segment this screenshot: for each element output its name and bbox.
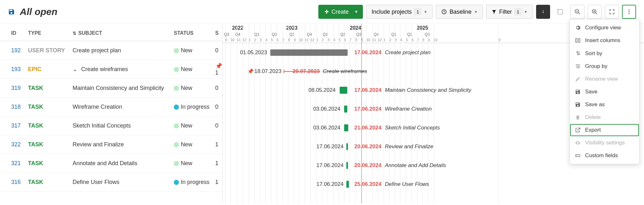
row-subject[interactable]: Create project plan — [70, 47, 171, 54]
gantt-bar[interactable] — [270, 49, 348, 56]
col-status[interactable]: STATUS — [171, 30, 213, 36]
table-row[interactable]: 322TASKReview and FinalizeNew1 — [0, 135, 222, 154]
chevron-down-icon: ▼ — [424, 10, 427, 14]
gantt-start-date: 18.07.2023 — [254, 68, 281, 75]
info-button[interactable] — [536, 5, 550, 19]
row-id[interactable]: 319 — [0, 85, 25, 92]
row-status: New — [171, 122, 213, 129]
row-type: TASK — [25, 122, 70, 129]
row-id[interactable]: 316 — [0, 179, 25, 186]
row-subject[interactable]: Sketch Initial Concepts — [70, 122, 171, 129]
year-label: 2022 — [232, 25, 244, 31]
row-type: TASK — [25, 104, 70, 110]
menu-custom-fields[interactable]: Custom fields — [570, 149, 639, 162]
row-id[interactable]: 322 — [0, 141, 25, 148]
create-button[interactable]: + Create ▼ — [318, 5, 363, 19]
table-row[interactable]: 319TASKMaintain Consistency and Simplici… — [0, 79, 222, 98]
zen-mode-button[interactable] — [553, 5, 567, 19]
save-icon — [8, 8, 15, 15]
menu-configure[interactable]: Configure view — [570, 21, 639, 34]
menu-group[interactable]: Group by — [570, 60, 639, 73]
status-dot — [174, 161, 179, 166]
include-projects-button[interactable]: Include projects 1 ▼ — [366, 5, 433, 19]
gantt-bar[interactable] — [340, 87, 347, 94]
menu-sort[interactable]: ⇅Sort by — [570, 47, 639, 60]
row-type: TASK — [25, 179, 70, 186]
col-s[interactable]: S — [213, 30, 222, 36]
col-id[interactable]: ID — [0, 30, 25, 36]
month-label: 12 — [310, 38, 314, 42]
month-label: 6 — [412, 38, 414, 42]
row-id[interactable]: 193 — [0, 66, 25, 73]
chevron-down-icon[interactable]: ⌄ — [73, 66, 77, 73]
month-label: 10 — [299, 38, 303, 42]
month-label: 6 — [277, 38, 279, 42]
status-dot — [174, 105, 179, 110]
row-s: 1 — [213, 141, 222, 148]
row-s: 1 — [213, 160, 222, 167]
table-row[interactable]: 317TASKSketch Initial ConceptsNew0 — [0, 116, 222, 135]
row-subject[interactable]: Wireframe Creation — [70, 104, 171, 110]
month-label: 12 — [243, 38, 246, 42]
row-id[interactable]: 192 — [0, 47, 25, 54]
gantt-due-date: 17.06.2024 — [354, 49, 381, 56]
gantt-bar[interactable] — [346, 143, 348, 150]
gantt-bar[interactable] — [346, 181, 349, 188]
gantt-bar[interactable] — [346, 162, 348, 169]
quarter-label: Q4 — [307, 32, 312, 37]
svg-point-5 — [628, 10, 629, 11]
context-menu: Configure view Insert columns ⇅Sort by G… — [570, 19, 640, 164]
row-subject[interactable]: Annotate and Add Details — [70, 160, 171, 167]
table-row[interactable]: 316TASKDefine User FlowsIn progress1 — [0, 173, 222, 192]
filter-button[interactable]: Filter 1 ▼ — [486, 5, 533, 19]
chevron-down-icon: ▼ — [524, 10, 527, 14]
row-type: TASK — [25, 85, 70, 92]
svg-rect-9 — [578, 39, 580, 42]
gantt-bar[interactable] — [344, 124, 348, 131]
columns-icon — [575, 38, 581, 43]
table-row[interactable]: 318TASKWireframe CreationIn progress0 — [0, 98, 222, 116]
row-subject[interactable]: Review and Finalize — [70, 141, 171, 148]
row-subject[interactable]: Maintain Consistency and Simplicity — [70, 85, 171, 92]
zoom-in-button[interactable] — [588, 5, 602, 19]
row-subject[interactable]: Define User Flows — [70, 179, 171, 186]
quarter-label: Q2 — [340, 32, 345, 37]
fullscreen-button[interactable] — [605, 5, 619, 19]
col-type[interactable]: TYPE — [25, 30, 70, 36]
month-label: 10 — [230, 38, 234, 42]
row-subject[interactable]: ⌄Create wireframes — [70, 66, 171, 73]
month-label: 5 — [271, 38, 273, 42]
status-dot — [174, 86, 179, 91]
zoom-out-button[interactable] — [570, 5, 584, 19]
gantt-start-date: 03.06.2024 — [313, 106, 340, 112]
menu-save[interactable]: Save — [570, 85, 639, 98]
year-label: 2024 — [350, 25, 361, 31]
baseline-button[interactable]: Baseline ▼ — [436, 5, 483, 19]
gantt-bar-label: Annotate and Add Details — [385, 162, 446, 169]
menu-export[interactable]: Export — [570, 124, 639, 136]
more-button[interactable] — [622, 5, 636, 19]
pin-icon: 📌 — [247, 68, 254, 74]
col-subject[interactable]: ⇅ SUBJECT — [70, 30, 171, 36]
gantt-bar-label: Define User Flows — [385, 181, 429, 187]
group-icon — [575, 63, 581, 69]
menu-save-as[interactable]: Save as — [570, 98, 639, 111]
menu-insert-columns[interactable]: Insert columns — [570, 34, 639, 47]
table-row[interactable]: 321TASKAnnotate and Add DetailsNew1 — [0, 154, 222, 173]
month-label: 9 — [499, 38, 500, 42]
row-id[interactable]: 321 — [0, 160, 25, 167]
month-label: 7 — [350, 38, 351, 42]
table-row[interactable]: 192USER STORYCreate project planNew0 — [0, 41, 222, 60]
row-id[interactable]: 317 — [0, 122, 25, 129]
year-label: 2023 — [286, 25, 298, 31]
month-label: 8 — [422, 38, 424, 42]
gantt-due-date: 25.06.2024 — [354, 181, 381, 187]
gantt-bar[interactable] — [344, 106, 347, 113]
row-id[interactable]: 318 — [0, 104, 25, 110]
row-status: New — [171, 141, 213, 148]
gantt-due-date: 17.06.2024 — [354, 87, 381, 93]
month-label: 9 — [428, 38, 430, 42]
table-row[interactable]: 193EPIC⌄Create wireframesNew📌1 — [0, 60, 222, 79]
month-label: 2 — [254, 38, 256, 42]
gantt-row[interactable]: 17.06.202425.06.2024Define User Flows — [223, 175, 644, 194]
